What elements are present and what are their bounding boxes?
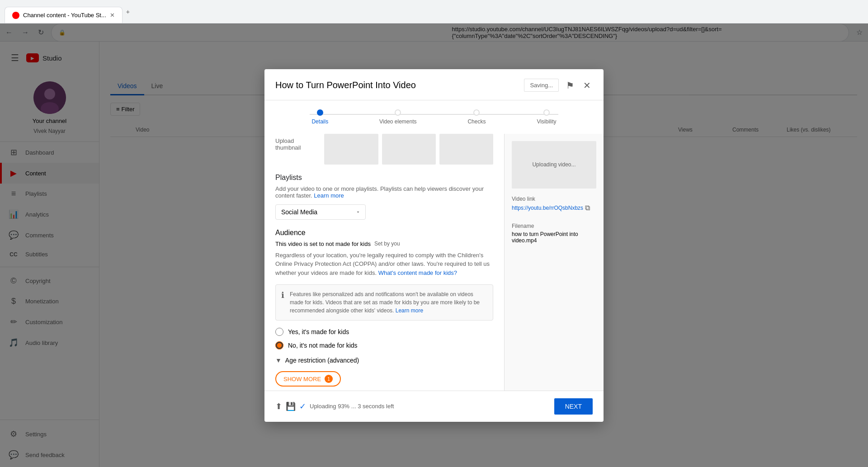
playlists-description: Add your video to one or more playlists.… — [275, 185, 493, 199]
video-link-row: https://youtu.be/rrOQsbNxbzs ⧉ — [512, 204, 596, 212]
flag-icon-button[interactable]: ⚑ — [564, 78, 576, 93]
browser-tab-bar: Channel content - YouTube St... ✕ + — [0, 0, 868, 24]
upload-thumbnail-area: Upload thumbnail — [275, 134, 493, 165]
radio-option-no-kids[interactable]: No, it's not made for kids — [275, 341, 493, 349]
copy-link-button[interactable]: ⧉ — [585, 204, 590, 212]
radio-yes-kids[interactable] — [275, 328, 283, 336]
playlist-dropdown[interactable]: None Social Media Tutorials Create new p… — [275, 204, 366, 220]
step-label-checks: Checks — [467, 118, 486, 125]
upload-thumbnail-label: Upload thumbnail — [275, 134, 321, 165]
video-link[interactable]: https://youtu.be/rrOQsbNxbzs — [512, 205, 583, 211]
video-preview: Uploading video... — [512, 141, 596, 189]
step-label-video-elements: Video elements — [379, 118, 417, 125]
audience-info-text: Features like personalized ads and notif… — [290, 290, 487, 315]
age-restriction-label: Age restriction (advanced) — [285, 357, 359, 364]
tab-title: Channel content - YouTube St... — [23, 12, 106, 19]
modal-header: How to Turn PowerPoint Into Video Saving… — [264, 69, 604, 100]
audience-section: Audience This video is set to not made f… — [275, 229, 493, 364]
show-more-button[interactable]: SHOW MORE 1 — [275, 371, 341, 387]
audience-learn-more-link[interactable]: Learn more — [396, 307, 423, 314]
radio-option-yes-kids[interactable]: Yes, it's made for kids — [275, 328, 493, 336]
set-by-you-label: Set by you — [374, 241, 400, 247]
modal-title: How to Turn PowerPoint Into Video — [275, 80, 416, 90]
check-circle-icon: ✓ — [299, 401, 306, 411]
uploading-text: Uploading video... — [532, 161, 576, 168]
video-link-label: Video link — [512, 196, 596, 202]
playlists-description-text: Add your video to one or more playlists.… — [275, 185, 484, 199]
modal: How to Turn PowerPoint Into Video Saving… — [264, 69, 604, 422]
step-label-details: Details — [311, 118, 328, 125]
radio-group-kids: Yes, it's made for kids No, it's not mad… — [275, 328, 493, 349]
filename-label: Filename — [512, 223, 596, 229]
saving-button[interactable]: Saving... — [524, 79, 559, 92]
show-more-badge: 1 — [325, 375, 333, 383]
new-tab-button[interactable]: + — [123, 5, 133, 19]
content-made-for-kids-link[interactable]: What's content made for kids? — [378, 269, 457, 276]
browser-tab[interactable]: Channel content - YouTube St... ✕ — [5, 7, 123, 23]
main-area: Channel content 🔍 Search across your cha… — [99, 42, 868, 467]
step-circle-visibility — [543, 109, 550, 116]
footer-left: ⬆ 💾 ✓ Uploading 93% ... 3 seconds left — [275, 401, 394, 411]
upload-status: Uploading 93% ... 3 seconds left — [310, 403, 394, 410]
modal-body: Upload thumbnail Playlists Add your vide… — [264, 134, 604, 391]
upload-icon[interactable]: ⬆ — [275, 401, 282, 411]
radio-label-yes-kids: Yes, it's made for kids — [288, 328, 349, 335]
step-circle-checks — [473, 109, 480, 116]
step-label-visibility: Visibility — [537, 118, 556, 125]
tab-favicon — [12, 12, 19, 19]
info-icon: ℹ — [281, 290, 284, 315]
step-visibility[interactable]: Visibility — [537, 109, 556, 125]
save-icon[interactable]: 💾 — [286, 401, 296, 411]
modal-overlay: How to Turn PowerPoint Into Video Saving… — [99, 42, 868, 467]
audience-subtitle-text: This video is set to not made for kids — [275, 241, 371, 247]
modal-right: Uploading video... Video link https://yo… — [504, 134, 604, 391]
tab-close-button[interactable]: ✕ — [110, 12, 115, 19]
radio-no-kids[interactable] — [275, 341, 283, 349]
modal-left: Upload thumbnail Playlists Add your vide… — [264, 134, 504, 391]
chevron-down-icon: ▼ — [275, 357, 282, 364]
playlists-section-title: Playlists — [275, 174, 493, 182]
video-link-section: Video link https://youtu.be/rrOQsbNxbzs … — [512, 196, 596, 212]
audience-subtitle: This video is set to not made for kids S… — [275, 241, 493, 247]
filename-text: how to turn PowerPoint into video.mp4 — [512, 231, 596, 244]
age-restriction[interactable]: ▼ Age restriction (advanced) — [275, 357, 493, 364]
audience-title: Audience — [275, 229, 493, 237]
audience-info-text-content: Features like personalized ads and notif… — [290, 291, 480, 314]
close-button[interactable]: ✕ — [581, 78, 593, 93]
step-checks[interactable]: Checks — [467, 109, 486, 125]
playlists-learn-more-link[interactable]: Learn more — [314, 192, 344, 199]
audience-description: Regardless of your location, you're lega… — [275, 251, 493, 278]
playlist-dropdown-wrapper: None Social Media Tutorials Create new p… — [275, 204, 366, 220]
audience-info-box: ℹ Features like personalized ads and not… — [275, 284, 493, 321]
step-video-elements[interactable]: Video elements — [379, 109, 417, 125]
modal-header-right: Saving... ⚑ ✕ — [524, 78, 593, 93]
step-circle-video-elements — [395, 109, 401, 116]
stepper: Details Video elements Checks Visibility — [264, 100, 604, 134]
thumbnail-box-2[interactable] — [382, 134, 436, 165]
modal-footer: ⬆ 💾 ✓ Uploading 93% ... 3 seconds left N… — [264, 391, 604, 422]
radio-label-no-kids: No, it's not made for kids — [288, 342, 358, 349]
next-button[interactable]: NEXT — [554, 398, 593, 415]
thumbnail-box-3[interactable] — [439, 134, 493, 165]
step-circle-details — [317, 109, 323, 116]
thumbnail-box-1[interactable] — [324, 134, 378, 165]
copy-icon: ⧉ — [585, 204, 590, 212]
show-more-label: SHOW MORE — [283, 376, 321, 382]
filename-section: Filename how to turn PowerPoint into vid… — [512, 219, 596, 244]
step-details[interactable]: Details — [311, 109, 328, 125]
app-container: ☰ Studio Your channel Vivek Nayyar ⊞ Das… — [0, 42, 868, 467]
